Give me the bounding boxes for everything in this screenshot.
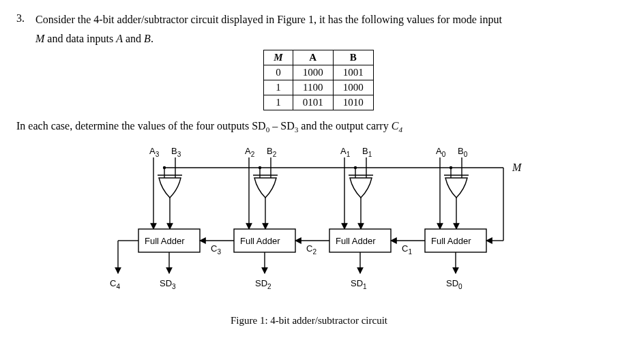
label-full-adder: Full Adder xyxy=(145,236,185,246)
label-full-adder: Full Adder xyxy=(336,236,376,246)
label-a0: A0 xyxy=(436,146,446,158)
label-c2: C2 xyxy=(306,243,317,256)
svg-point-25 xyxy=(450,166,452,169)
label-c1: C1 xyxy=(402,243,412,256)
cell-b: 1001 xyxy=(333,65,373,80)
figure-caption: Figure 1: 4-bit adder/subtractor circuit xyxy=(91,315,527,327)
label-c4: C4 xyxy=(110,278,120,290)
col-b: B xyxy=(333,50,373,65)
question-line-1: Consider the 4-bit adder/subtractor circ… xyxy=(35,12,602,27)
table-row: 1 0101 1010 xyxy=(264,95,373,110)
input-table: M A B 0 1000 1001 1 1100 1000 1 0101 101… xyxy=(263,50,373,110)
label-c3: C3 xyxy=(211,243,221,256)
cell-m: 0 xyxy=(264,65,293,80)
svg-point-4 xyxy=(163,166,166,169)
col-m: M xyxy=(264,50,293,65)
label-b1: B1 xyxy=(362,146,372,158)
cell-a: 1000 xyxy=(293,65,333,80)
label-sd0: SD0 xyxy=(446,278,462,290)
cell-m: 1 xyxy=(264,95,293,110)
cell-a: 1100 xyxy=(293,80,333,95)
table-row: 1 1100 1000 xyxy=(264,80,373,95)
cell-a: 0101 xyxy=(293,95,333,110)
label-sd2: SD2 xyxy=(255,278,271,290)
cell-b: 1010 xyxy=(333,95,373,110)
text-frag: and data inputs xyxy=(44,33,116,44)
sub-question: In each case, determine the values of th… xyxy=(16,120,602,134)
text-frag: and the output carry xyxy=(298,120,391,132)
text-frag: In each case, determine the values of th… xyxy=(16,120,266,132)
label-full-adder: Full Adder xyxy=(431,236,471,246)
text-frag: – SD xyxy=(269,120,294,132)
label-b2: B2 xyxy=(267,146,277,158)
label-full-adder: Full Adder xyxy=(240,236,280,246)
table-row: 0 1000 1001 xyxy=(264,65,373,80)
cell-b: 1000 xyxy=(333,80,373,95)
label-b0: B0 xyxy=(458,146,468,158)
label-sd1: SD1 xyxy=(351,278,367,290)
cell-m: 1 xyxy=(264,80,293,95)
label-a3: A3 xyxy=(149,146,160,158)
var-c: C xyxy=(392,120,399,132)
circuit-diagram: .ln { stroke:#000; stroke-width:1.4; fil… xyxy=(91,140,527,311)
question-line-2: M and data inputs A and B. xyxy=(35,31,602,46)
var-m: M xyxy=(35,33,44,44)
label-sd3: SD3 xyxy=(160,278,176,290)
question-number: 3. xyxy=(16,12,35,117)
label-b3: B3 xyxy=(171,146,181,158)
table-head-row: M A B xyxy=(264,50,373,65)
svg-point-11 xyxy=(259,166,261,169)
label-m: M xyxy=(512,162,523,173)
svg-point-18 xyxy=(354,166,357,169)
var-a: A xyxy=(116,33,123,44)
subscript: 4 xyxy=(398,125,402,134)
var-b: B xyxy=(144,33,151,44)
label-a2: A2 xyxy=(245,146,255,158)
text-frag: . xyxy=(151,33,153,44)
label-a1: A1 xyxy=(340,146,351,158)
text-frag: and xyxy=(123,33,144,44)
col-a: A xyxy=(293,50,333,65)
